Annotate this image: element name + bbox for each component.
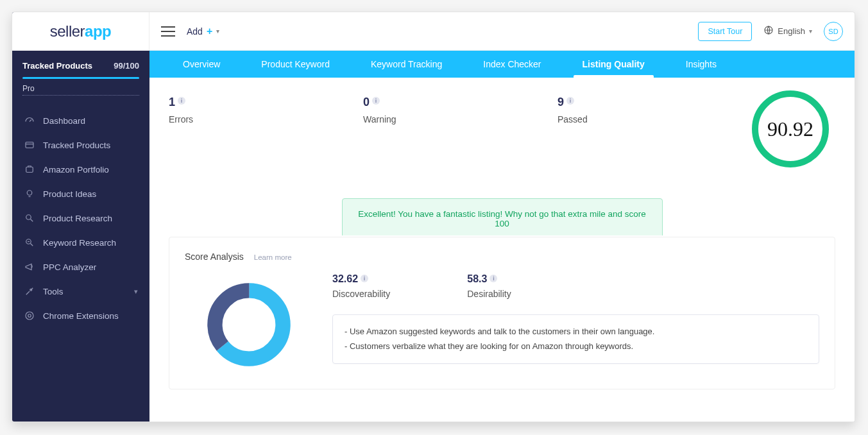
tab-index-checker[interactable]: Index Checker [463,51,561,78]
sidebar-item-ppc-analyzer[interactable]: PPC Analyzer [12,255,149,279]
megaphone-icon [24,261,35,273]
info-icon[interactable]: i [489,275,497,282]
metric-discoverability: 32.62i Discoverability [332,273,390,299]
chevron-down-icon: ▾ [216,28,219,35]
sidebar-item-label: Dashboard [43,116,85,126]
logo-text-2: app [85,22,111,40]
sidebar-item-label: Amazon Portfolio [43,165,109,175]
logo-text-1: seller [50,22,85,40]
tracked-products-header[interactable]: Tracked Products 99/100 [12,51,149,74]
stat-errors: 1i Errors [169,94,363,124]
nav: Dashboard Tracked Products Amazon Portfo… [12,105,149,328]
gauge-icon [24,115,35,126]
svg-point-3 [26,215,31,220]
stat-warning-value: 0 [363,96,370,109]
svg-point-10 [228,303,271,346]
tabstrip: Overview Product Keyword Keyword Trackin… [149,51,855,78]
stat-passed: 9i Passed [557,94,752,124]
stat-warning: 0i Warning [363,94,557,124]
desirability-label: Desirability [467,289,511,299]
metrics-column: 32.62i Discoverability 58.3i Desirabilit… [332,273,819,364]
svg-point-2 [27,191,32,196]
metric-desirability: 58.3i Desirability [467,273,511,299]
sidebar-item-label: Tools [43,287,64,296]
globe-icon [763,25,774,37]
language-label: English [778,26,805,36]
tab-overview[interactable]: Overview [162,51,241,78]
tracked-products-label: Tracked Products [22,61,92,71]
sidebar-item-label: Chrome Extensions [43,311,119,321]
info-icon[interactable]: i [372,97,380,105]
tip-line-1: - Use Amazon suggested keywords and talk… [345,324,807,339]
avatar[interactable]: SD [824,22,843,41]
score-ring: 90.92 [752,90,829,167]
info-icon[interactable]: i [566,97,574,105]
portfolio-icon [24,164,35,175]
sidebar-item-dashboard[interactable]: Dashboard [12,108,149,133]
sidebar-item-product-research[interactable]: Product Research [12,206,149,230]
bulb-icon [24,188,35,200]
menu-toggle-icon[interactable] [161,26,175,37]
discoverability-value: 32.62 [332,273,358,285]
add-label: Add [187,26,203,37]
tab-keyword-tracking[interactable]: Keyword Tracking [350,51,463,78]
content-area: 1i Errors 0i Warning 9i Passed 90.92 Exc… [149,78,855,422]
tab-label: Product Keyword [261,59,330,69]
add-button[interactable]: Add + ▾ [187,26,219,37]
main-column: Add + ▾ Start Tour English ▾ SD Overview… [149,12,855,422]
tab-label: Index Checker [483,59,541,69]
svg-rect-0 [26,142,33,148]
svg-point-7 [28,314,31,318]
alert-text: Excellent! You have a fantastic listing!… [358,209,646,228]
tracked-products-count: 99/100 [114,61,139,71]
tips-box: - Use Amazon suggested keywords and talk… [332,314,819,364]
chrome-icon [24,310,35,321]
stat-errors-value: 1 [169,96,175,109]
svg-point-6 [26,312,33,320]
tab-insights[interactable]: Insights [665,51,737,78]
language-switcher[interactable]: English ▾ [763,25,812,37]
donut-chart [185,273,313,370]
search-icon [24,212,35,224]
sidebar-item-tracked-products[interactable]: Tracked Products [12,133,149,157]
tab-label: Listing Quality [583,59,645,69]
sidebar-item-label: Tracked Products [43,141,110,150]
score-analysis-panel: Score Analysis Learn more [169,237,835,389]
sidebar-item-label: Product Ideas [43,189,96,199]
tools-icon [24,286,35,297]
tab-product-keyword[interactable]: Product Keyword [241,51,350,78]
topbar: Add + ▾ Start Tour English ▾ SD [149,12,855,51]
desirability-value: 58.3 [467,273,487,285]
sidebar-item-label: Product Research [43,214,112,223]
sidebar-item-chrome-extensions[interactable]: Chrome Extensions [12,303,149,328]
tab-listing-quality[interactable]: Listing Quality [562,51,665,78]
avatar-initials: SD [828,28,838,35]
box-icon [24,139,35,151]
sidebar-item-keyword-research[interactable]: Keyword Research [12,230,149,255]
sidebar: sellerapp Tracked Products 99/100 Pro Da… [12,12,149,422]
svg-rect-1 [26,167,33,172]
plan-badge[interactable]: Pro [22,84,139,96]
tracked-underline [22,77,139,79]
start-tour-button[interactable]: Start Tour [698,22,752,41]
info-icon[interactable]: i [361,275,368,282]
plus-icon: + [207,26,212,37]
tip-line-2: - Customers verbalize what they are look… [345,339,807,354]
stat-warning-label: Warning [363,114,557,124]
learn-more-link[interactable]: Learn more [254,253,292,261]
tab-label: Insights [686,59,717,69]
sidebar-item-product-ideas[interactable]: Product Ideas [12,182,149,206]
tab-label: Keyword Tracking [371,59,442,69]
logo: sellerapp [12,12,149,51]
panel-title: Score Analysis [185,252,244,262]
sidebar-item-label: Keyword Research [43,238,116,248]
info-icon[interactable]: i [178,97,185,105]
chevron-down-icon: ▾ [134,287,138,296]
stat-errors-label: Errors [169,114,363,124]
discoverability-label: Discoverability [332,289,390,299]
tab-label: Overview [183,59,220,69]
stat-passed-value: 9 [557,96,564,109]
sidebar-item-tools[interactable]: Tools ▾ [12,279,149,303]
sidebar-item-amazon-portfolio[interactable]: Amazon Portfolio [12,157,149,182]
sidebar-item-label: PPC Analyzer [43,262,96,272]
